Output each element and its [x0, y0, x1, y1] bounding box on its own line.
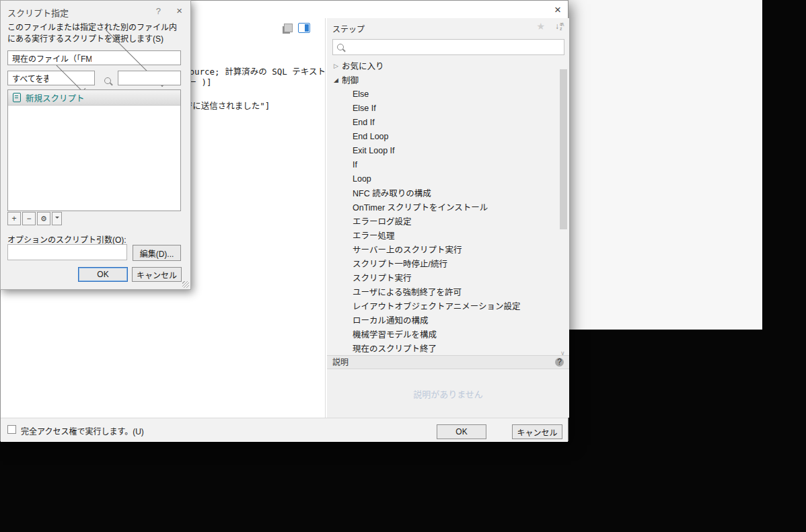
steps-scrollbar[interactable]: ∧ ∨ [560, 60, 567, 354]
steps-panel-header: ステップ ★ ↓az [327, 18, 569, 37]
duplicate-view-icon[interactable] [284, 24, 293, 32]
step-list-item[interactable]: 機械学習モデルを構成 [327, 327, 569, 341]
dialog-footer: 完全アクセス権で実行します。(U) OK キャンセル [1, 418, 568, 442]
step-list-item[interactable]: エラーログ設定 [327, 214, 569, 228]
gear-icon[interactable]: ⚙ [37, 212, 50, 225]
steps-search-input[interactable] [332, 39, 564, 55]
tree-arrow-icon: ▷ [334, 63, 342, 69]
resize-grip[interactable] [182, 281, 189, 288]
specify-script-dialog: スクリプト指定 ? × このファイルまたは指定された別のファイル内にある実行する… [0, 0, 191, 290]
step-list-item[interactable]: サーバー上のスクリプト実行 [327, 242, 569, 256]
dialog-description: このファイルまたは指定された別のファイル内にある実行するスクリプトを選択します(… [7, 22, 184, 45]
step-list-item[interactable]: ユーザによる強制終了を許可 [327, 284, 569, 299]
desktop: FM – × ファイル(F)編集(E)表示(V)挿入(I)書式(M)レイアウト(… [0, 0, 806, 532]
step-list-item[interactable]: ローカル通知の構成 [327, 313, 569, 327]
step-list-item[interactable]: End If [327, 115, 569, 129]
param-label: オプションのスクリプト引数(O): [7, 233, 126, 245]
scrollbar-thumb[interactable] [560, 69, 567, 229]
steps-list: ▷ お気に入り ◢ 制御 Else Els [327, 59, 569, 355]
step-list-item[interactable]: Else If [327, 101, 569, 115]
param-input[interactable] [7, 244, 127, 260]
file-select[interactable]: 現在のファイル（「FM.fmp12」） [7, 50, 181, 65]
script-search-input[interactable] [118, 71, 181, 85]
description-empty-text: 説明がありません [413, 387, 483, 400]
dialog-title: スクリプト指定 [7, 6, 69, 19]
ok-button[interactable]: OK [78, 267, 128, 282]
description-title: 説明 [332, 358, 349, 367]
remove-script-button[interactable]: − [22, 212, 36, 225]
step-list-item[interactable]: Else [327, 87, 569, 101]
cancel-button[interactable]: キャンセル [132, 267, 182, 282]
step-list-item[interactable]: Loop [327, 172, 569, 186]
close-icon[interactable]: × [554, 3, 561, 17]
script-list[interactable]: 新規スクリプト [7, 89, 181, 211]
side-panel-toggle-icon[interactable] [298, 23, 310, 33]
script-list-item-selected[interactable]: 新規スクリプト [8, 90, 180, 106]
add-script-button[interactable]: + [7, 212, 21, 225]
steps-panel: ステップ ★ ↓az ▷ お気に入り ◢ 制御 [327, 18, 569, 418]
step-list-item[interactable]: NFC 読み取りの構成 [327, 186, 569, 200]
chevron-down-icon[interactable] [52, 212, 62, 225]
step-list-item[interactable]: ▷ お気に入り [327, 59, 569, 73]
cancel-button[interactable]: キャンセル [512, 424, 562, 439]
list-toolbar: + − ⚙ [7, 212, 62, 225]
description-header: 説明 ? [327, 355, 569, 369]
search-icon [104, 77, 111, 84]
tree-arrow-icon: ◢ [334, 77, 342, 83]
step-list-item[interactable]: エラー処理 [327, 228, 569, 242]
scroll-up-icon[interactable]: ∧ [560, 21, 565, 28]
step-list-item[interactable]: End Loop [327, 129, 569, 143]
search-icon [337, 44, 344, 50]
edit-button[interactable]: 編集(D)... [133, 245, 181, 261]
ok-button[interactable]: OK [437, 424, 486, 439]
full-access-label: 完全アクセス権で実行します。(U) [21, 425, 144, 436]
chevron-down-icon [57, 63, 86, 92]
step-list-item[interactable]: Exit Loop If [327, 143, 569, 157]
full-access-checkbox[interactable] [7, 425, 16, 434]
step-list-item[interactable]: スクリプト実行 [327, 270, 569, 284]
step-list-item[interactable]: 現在のスクリプト終了 [327, 341, 569, 355]
step-list-item[interactable]: OnTimer スクリプトをインストール [327, 200, 569, 214]
step-list-item[interactable]: If [327, 157, 569, 172]
filter-select[interactable]: すべてを表示 [7, 71, 95, 85]
help-icon[interactable]: ? [555, 358, 564, 367]
script-icon [13, 93, 21, 102]
description-panel: 説明がありません [327, 370, 569, 418]
steps-title: ステップ [332, 23, 365, 34]
step-list-item[interactable]: レイアウトオブジェクトアニメーション設定 [327, 299, 569, 313]
favorites-star-icon[interactable]: ★ [536, 21, 545, 32]
step-list-item[interactable]: ◢ 制御 [327, 73, 569, 87]
help-icon[interactable]: ? [156, 6, 161, 16]
step-list-item[interactable]: スクリプト一時停止/続行 [327, 256, 569, 270]
close-icon[interactable]: × [176, 5, 182, 16]
